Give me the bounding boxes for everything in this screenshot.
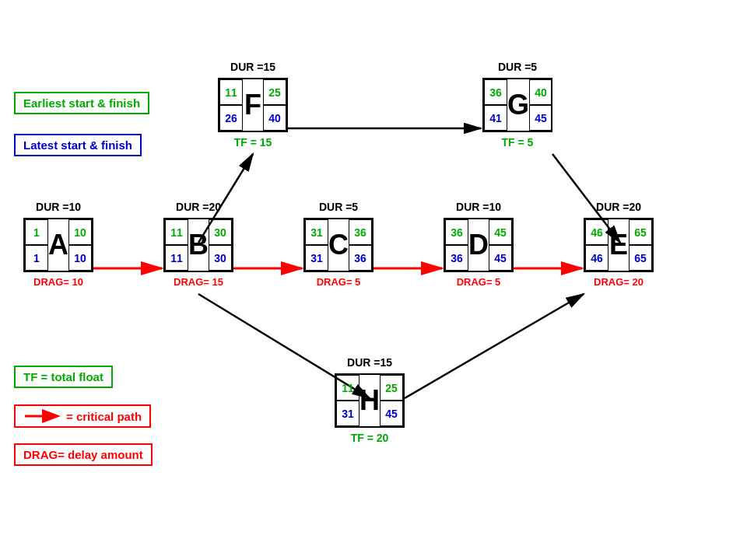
node-C-tl: 31: [305, 219, 328, 245]
node-D-drag: DRAG= 5: [444, 276, 514, 288]
node-B-bl: 11: [165, 245, 188, 271]
node-F-letter: F: [243, 79, 263, 131]
node-A-dur: DUR =10: [23, 201, 93, 213]
node-A-tl: 1: [25, 219, 48, 245]
node-E-drag: DRAG= 20: [584, 276, 654, 288]
node-H-tf: TF = 20: [335, 432, 405, 444]
node-H-br: 45: [380, 401, 403, 426]
node-C-box: 31 C 36 31 36: [303, 218, 374, 272]
node-G-bl: 41: [484, 105, 507, 131]
node-C-br: 36: [349, 245, 372, 271]
node-D-br: 45: [489, 245, 512, 271]
node-E-tr: 65: [629, 219, 652, 245]
node-B-box: 11 B 30 11 30: [163, 218, 233, 272]
node-H-letter: H: [359, 375, 380, 426]
node-E-br: 65: [629, 245, 652, 271]
node-A-br: 10: [68, 245, 92, 271]
node-H-dur: DUR =15: [335, 356, 405, 369]
legend-drag: DRAG= delay amount: [14, 443, 153, 466]
node-G-box: 36 G 40 41 45: [482, 78, 552, 132]
node-H-bl: 31: [336, 401, 359, 426]
legend-earliest: Earliest start & finish: [14, 92, 149, 114]
node-D-dur: DUR =10: [444, 201, 514, 213]
node-G-br: 45: [529, 105, 552, 131]
node-B-br: 30: [209, 245, 232, 271]
node-E-tl: 46: [585, 219, 608, 245]
node-C-letter: C: [328, 219, 349, 271]
node-D-tr: 45: [489, 219, 512, 245]
node-C-drag: DRAG= 5: [303, 276, 374, 288]
node-C-bl: 31: [305, 245, 328, 271]
legend-tf: TF = total float: [14, 366, 113, 388]
node-B-tr: 30: [209, 219, 232, 245]
node-D-box: 36 D 45 36 45: [444, 218, 514, 272]
node-D-bl: 36: [445, 245, 468, 271]
node-B-drag: DRAG= 15: [163, 276, 233, 288]
critical-path-label: = critical path: [66, 410, 142, 423]
node-F-br: 40: [263, 105, 286, 131]
node-E-dur: DUR =20: [584, 201, 654, 213]
node-C-dur: DUR =5: [303, 201, 374, 213]
node-A-tr: 10: [68, 219, 92, 245]
node-G-letter: G: [507, 79, 529, 131]
node-A-box: 1 A 10 1 10: [23, 218, 93, 272]
legend-critical: = critical path: [14, 404, 151, 428]
node-E-box: 46 E 65 46 65: [584, 218, 654, 272]
node-H-tl: 11: [336, 375, 359, 401]
node-H-tr: 25: [380, 375, 403, 401]
critical-path-arrow-icon: [23, 409, 62, 423]
node-F-tl: 11: [219, 79, 243, 105]
node-F-tr: 25: [263, 79, 286, 105]
node-B-letter: B: [188, 219, 209, 271]
node-G-dur: DUR =5: [482, 61, 552, 73]
node-F-box: 11 F 25 26 40: [218, 78, 288, 132]
node-A-drag: DRAG= 10: [23, 276, 93, 288]
node-A-letter: A: [48, 219, 68, 271]
node-F-dur: DUR =15: [218, 61, 288, 73]
svg-line-9: [405, 294, 584, 398]
node-E-letter: E: [608, 219, 629, 271]
node-G-tf: TF = 5: [482, 136, 552, 149]
node-E-bl: 46: [585, 245, 608, 271]
node-A-bl: 1: [25, 245, 48, 271]
node-B-tl: 11: [165, 219, 188, 245]
node-F-bl: 26: [219, 105, 243, 131]
node-H-box: 11 H 25 31 45: [335, 373, 405, 428]
node-G-tr: 40: [529, 79, 552, 105]
node-G-tl: 36: [484, 79, 507, 105]
node-D-letter: D: [468, 219, 489, 271]
legend-latest: Latest start & finish: [14, 134, 142, 156]
node-F-tf: TF = 15: [218, 136, 288, 149]
node-C-tr: 36: [349, 219, 372, 245]
node-B-dur: DUR =20: [163, 201, 233, 213]
node-D-tl: 36: [445, 219, 468, 245]
